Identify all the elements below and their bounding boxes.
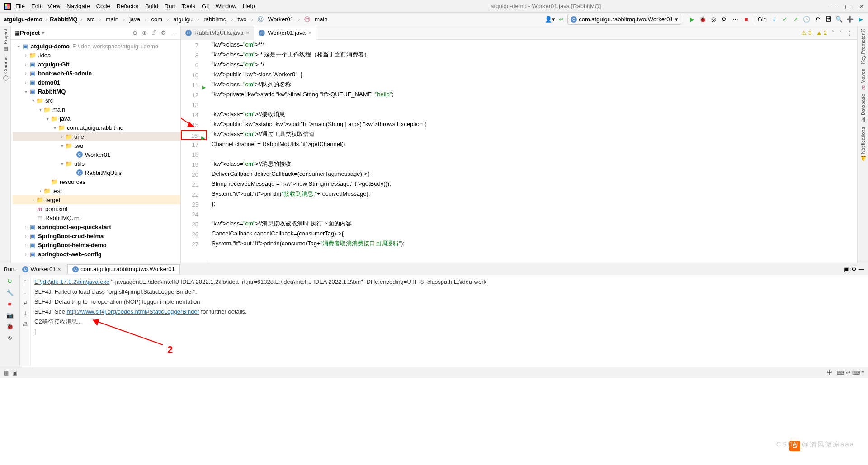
tool-project[interactable]: ▦Project [2, 29, 8, 52]
svg-line-2 [93, 320, 163, 345]
project-sidebar: ▦ Project ▾ ⊙ ⊕ ⇵ ⚙ — ▾▣atguigu-demoE:\i… [11, 26, 181, 263]
down-icon[interactable]: ↓ [24, 289, 27, 295]
expand-up-icon[interactable]: ˄ [831, 29, 835, 36]
project-tree[interactable]: ▾▣atguigu-demoE:\idea-workspace\atguigu-… [11, 40, 180, 263]
editor-tabs: CRabbitMqUtils.java× CWorker01.java× ⚠ 3… [181, 26, 857, 40]
collapse-icon[interactable]: ⇵ [151, 29, 156, 36]
search-icon[interactable]: 🔍 [835, 16, 843, 23]
stop-icon[interactable] [8, 301, 12, 307]
run-button[interactable] [689, 16, 696, 23]
status-extra: ⌨ ↩ ⌨ ≡ [837, 370, 864, 376]
left-tool-strip: ▦Project ◯Commit [0, 26, 11, 263]
watermark: CSDN @清风微凉aaa [776, 440, 854, 449]
expand-icon[interactable]: ⊕ [142, 29, 147, 36]
annotation-2: 2 [167, 344, 173, 356]
debug-button[interactable] [699, 16, 707, 23]
more-run-button[interactable]: ⋯ [732, 16, 739, 23]
up-icon[interactable]: ↑ [24, 278, 27, 284]
back-arrow-icon[interactable]: ↩ [559, 16, 564, 23]
menu-navigate[interactable]: Navigate [66, 3, 90, 9]
run-left-toolbar: ↻ 🔧 📷 🐞 ⎋ [0, 275, 20, 367]
run-config-selector[interactable]: C com.atguigu.rabbitmq.two.Worker01 ▾ [567, 14, 681, 25]
tab-rabbitmqutils[interactable]: CRabbitMqUtils.java× [181, 26, 254, 40]
run-left-toolbar2: ↑ ↓ ↲ ⤓ 🖶 [20, 275, 31, 367]
annotation-1-arrow [181, 92, 203, 135]
profile-button[interactable]: ⟳ [721, 16, 728, 23]
menu-git[interactable]: Git [202, 3, 209, 9]
hide-icon[interactable]: — [859, 266, 864, 272]
git-history-icon[interactable]: 🕓 [803, 16, 810, 23]
select-opened-icon[interactable]: ⊙ [132, 29, 137, 36]
layout-icon[interactable]: ▣ [844, 266, 849, 272]
right-tool-strip: Key Promoter X mMaven 🗄Database 🔔Notific… [857, 26, 868, 263]
hide-icon[interactable]: — [171, 29, 177, 36]
user-icon[interactable]: 👤▾ [545, 16, 555, 23]
breadcrumb[interactable]: atguigu-demo› RabbitMQ› src› main› java›… [4, 15, 330, 23]
menu-code[interactable]: Code [96, 3, 110, 9]
menu-edit[interactable]: Edit [31, 3, 41, 9]
tool-keypromoter[interactable]: Key Promoter X [860, 29, 866, 64]
tool-notifications[interactable]: 🔔Notifications [860, 127, 866, 162]
tool-database[interactable]: 🗄Database [860, 94, 866, 122]
menu-window[interactable]: Window [216, 3, 236, 9]
git-rollback-icon[interactable]: ↶ [814, 16, 821, 23]
minimize-button[interactable]: — [830, 3, 837, 10]
close-icon[interactable]: × [246, 30, 249, 36]
dump-icon[interactable]: 📷 [6, 312, 14, 319]
gutter[interactable]: 7891011▶1213141516▶171819202122232425262… [181, 40, 207, 263]
project-title[interactable]: Project [20, 29, 40, 36]
menu-file[interactable]: File [15, 3, 25, 9]
menu-view[interactable]: View [47, 3, 60, 9]
menu-tools[interactable]: Tools [182, 3, 195, 9]
ide-logo [4, 3, 11, 10]
more-icon[interactable]: ⋮ [847, 29, 853, 36]
ime-status[interactable]: 中 [827, 369, 832, 376]
tool-maven[interactable]: mMaven [860, 69, 866, 90]
menu-run[interactable]: Run [165, 3, 175, 9]
rerun-icon[interactable]: ↻ [7, 278, 12, 285]
code-body[interactable]: "kw">class="cm">/**"kw">class="cm"> * 这是… [207, 40, 857, 249]
gear-icon[interactable]: ⚙ [161, 29, 166, 36]
attach-icon[interactable]: 🐞 [6, 323, 14, 330]
new-ui-icon[interactable]: ➕ [846, 16, 854, 23]
print-icon[interactable]: 🖶 [23, 321, 28, 328]
translate-icon[interactable]: 🈂 [825, 16, 832, 23]
warn-badge[interactable]: ▲ 2 [816, 29, 827, 36]
status-terminal-icon[interactable]: ▣ [12, 370, 17, 376]
run-toolbar: 👤▾ ↩ C com.atguigu.rabbitmq.two.Worker01… [545, 14, 864, 25]
expand-down-icon[interactable]: ˅ [839, 29, 842, 36]
ide-update-icon[interactable]: ▶ [857, 16, 864, 23]
maximize-button[interactable]: ▢ [845, 3, 851, 10]
status-tool-icon[interactable]: ▥ [4, 370, 9, 376]
run-panel-label: Run: [4, 266, 16, 272]
scroll-end-icon[interactable]: ⤓ [23, 310, 28, 317]
stop-button[interactable] [743, 16, 750, 23]
project-tool-icon: ▦ [14, 29, 20, 36]
close-icon[interactable]: × [308, 30, 311, 36]
svg-line-0 [181, 92, 194, 127]
gear-icon[interactable]: ⚙ [851, 266, 857, 272]
git-push-icon[interactable]: ↗ [792, 16, 799, 23]
menu-refactor[interactable]: Refactor [117, 3, 139, 9]
git-update-icon[interactable]: ⤓ [770, 16, 778, 23]
exit-icon[interactable]: ⎋ [8, 334, 12, 341]
run-tab-worker01[interactable]: CWorker01× [18, 265, 66, 273]
edit-config-icon[interactable]: 🔧 [6, 289, 14, 296]
project-dropdown[interactable]: ▾ [42, 29, 45, 36]
menu-build[interactable]: Build [145, 3, 158, 9]
window-title: atguigu-demo - Worker01.java [RabbitMQ] [261, 3, 830, 9]
coverage-button[interactable]: ◎ [710, 16, 717, 23]
git-label: Git: [758, 16, 767, 23]
menu-bar: File Edit View Navigate Code Refactor Bu… [0, 0, 868, 13]
svg-marker-1 [187, 122, 194, 127]
git-commit-icon[interactable]: ✓ [781, 16, 788, 23]
status-bar: ▥ ▣ S 中 ⌨ ↩ ⌨ ≡ [0, 367, 868, 378]
menu-help[interactable]: Help [243, 3, 255, 9]
tool-commit[interactable]: ◯Commit [2, 56, 8, 81]
sogou-badge[interactable]: S [789, 441, 800, 451]
run-tab-full[interactable]: Ccom.atguigu.rabbitmq.two.Worker01 [67, 264, 180, 274]
error-badge[interactable]: ⚠ 3 [801, 29, 811, 36]
tab-worker01[interactable]: CWorker01.java× [254, 26, 316, 40]
close-button[interactable]: ✕ [859, 3, 864, 10]
soft-wrap-icon[interactable]: ↲ [23, 300, 28, 306]
